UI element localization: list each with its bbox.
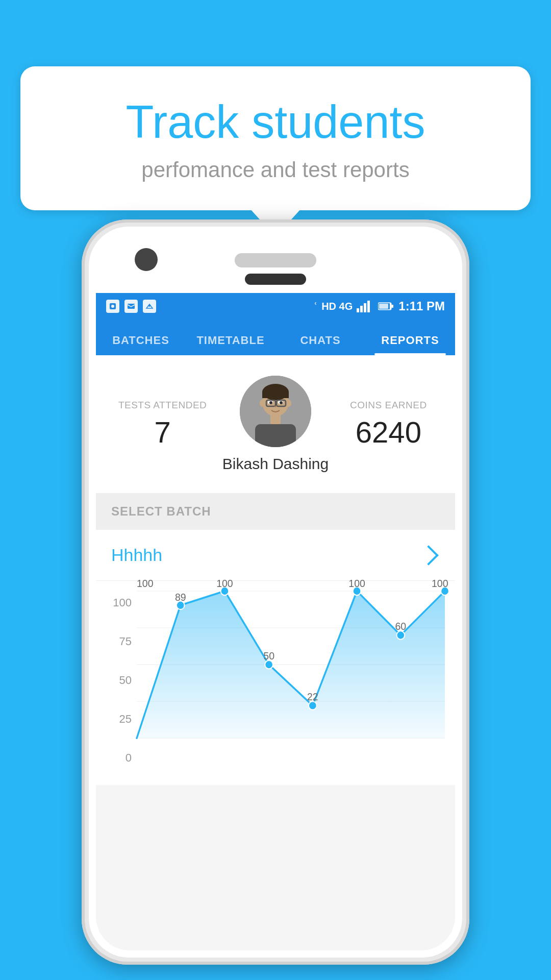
- y-label-100: 100: [106, 596, 137, 609]
- notification-icon-3: [143, 300, 156, 313]
- y-label-25: 25: [106, 713, 137, 726]
- tab-batches[interactable]: BATCHES: [96, 334, 186, 355]
- tab-reports[interactable]: REPORTS: [365, 334, 455, 355]
- chart-svg: 89 100 50 22 100: [137, 591, 445, 770]
- tab-timetable[interactable]: TIMETABLE: [186, 334, 276, 355]
- select-batch-header: SELECT BATCH: [96, 493, 455, 530]
- profile-section: TESTS ATTENDED 7: [96, 355, 455, 493]
- svg-point-16: [260, 400, 265, 407]
- coins-earned-value: 6240: [337, 415, 440, 449]
- phone-camera: [135, 248, 158, 271]
- notification-icon-2: [124, 300, 138, 313]
- batch-row[interactable]: Hhhhh: [96, 530, 455, 581]
- svg-point-3: [148, 305, 151, 307]
- svg-rect-11: [391, 305, 393, 308]
- svg-text:89: 89: [175, 591, 186, 603]
- svg-rect-5: [360, 306, 363, 312]
- select-batch-label: SELECT BATCH: [111, 504, 440, 519]
- svg-rect-7: [367, 301, 370, 312]
- status-bar: ʿ️ HD 4G 1: [96, 293, 455, 320]
- tests-attended-value: 7: [111, 415, 214, 449]
- phone-speaker-grill: [235, 253, 316, 267]
- svg-text:22: 22: [307, 691, 318, 703]
- batch-name: Hhhhh: [111, 545, 162, 565]
- notification-icon-1: [106, 300, 119, 313]
- phone-inner: ʿ️ HD 4G 1: [89, 227, 462, 958]
- avatar: [240, 376, 311, 447]
- svg-point-20: [269, 401, 272, 404]
- svg-point-36: [265, 660, 273, 669]
- profile-center: Bikash Dashing: [214, 376, 337, 473]
- svg-rect-15: [262, 392, 289, 398]
- bluetooth-icon: ʿ️: [314, 300, 317, 312]
- chevron-right-icon: [418, 545, 439, 566]
- chart-container: 0 25 50 75 100: [106, 591, 445, 785]
- signal-icon: [357, 300, 374, 312]
- tooltip-card: Track students perfomance and test repor…: [20, 66, 531, 210]
- coins-earned-label: COINS EARNED: [337, 400, 440, 411]
- phone-screen: ʿ️ HD 4G 1: [96, 293, 455, 950]
- y-label-0: 0: [106, 751, 137, 765]
- chart-section: 0 25 50 75 100: [96, 581, 455, 785]
- svg-point-17: [286, 400, 291, 407]
- svg-rect-26: [255, 424, 296, 447]
- chart-y-labels: 0 25 50 75 100: [106, 591, 137, 770]
- phone-shell: ʿ️ HD 4G 1: [82, 219, 469, 965]
- nav-tabs: BATCHES TIMETABLE CHATS REPORTS: [96, 320, 455, 355]
- y-label-75: 75: [106, 635, 137, 648]
- status-icons-left: [106, 300, 156, 313]
- svg-point-42: [397, 631, 405, 639]
- tests-attended-block: TESTS ATTENDED 7: [111, 400, 214, 449]
- y-label-50: 50: [106, 674, 137, 687]
- tooltip-subtitle: perfomance and test reports: [51, 158, 500, 182]
- svg-rect-4: [357, 308, 359, 312]
- svg-point-38: [309, 701, 317, 709]
- svg-rect-10: [379, 304, 388, 309]
- coins-earned-block: COINS EARNED 6240: [337, 400, 440, 449]
- svg-text:100: 100: [348, 577, 365, 589]
- tooltip-title: Track students: [51, 97, 500, 148]
- svg-point-1: [111, 305, 114, 308]
- svg-rect-2: [128, 304, 135, 309]
- svg-text:60: 60: [395, 621, 406, 632]
- phone-earpiece: [245, 274, 306, 285]
- status-time: 1:11 PM: [398, 299, 445, 313]
- status-icons-right: ʿ️ HD 4G 1: [314, 299, 445, 313]
- network-label: HD 4G: [321, 301, 353, 312]
- svg-rect-6: [364, 303, 366, 312]
- battery-icon: [378, 302, 394, 311]
- profile-name: Bikash Dashing: [222, 455, 329, 473]
- svg-point-21: [280, 401, 283, 404]
- svg-text:100: 100: [216, 577, 233, 589]
- chart-area: 89 100 50 22 100: [137, 591, 445, 770]
- tab-chats[interactable]: CHATS: [276, 334, 365, 355]
- svg-text:100: 100: [432, 577, 448, 589]
- svg-text:50: 50: [263, 650, 274, 662]
- tests-attended-label: TESTS ATTENDED: [111, 400, 214, 411]
- svg-text:100: 100: [137, 577, 153, 589]
